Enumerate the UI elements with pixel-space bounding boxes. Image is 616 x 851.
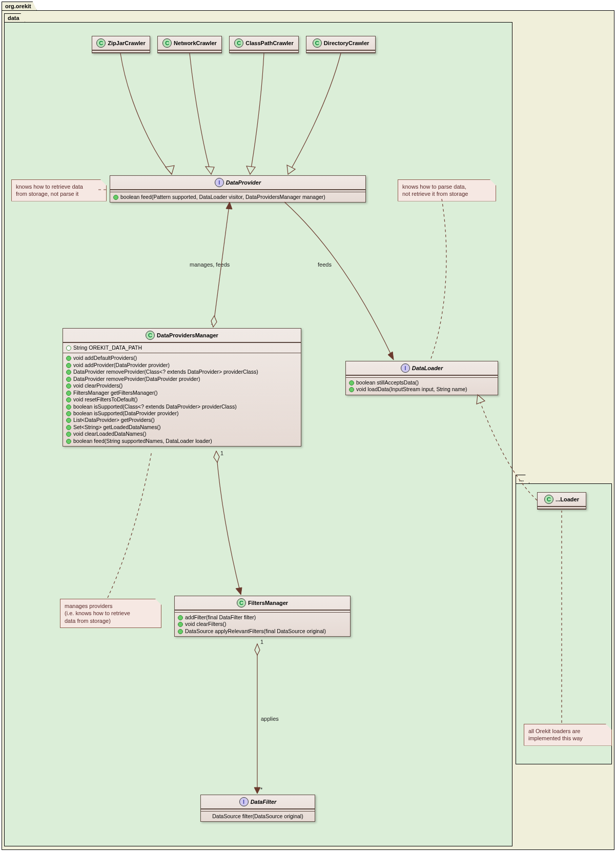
package-tab-inner: data (4, 13, 25, 22)
class-name: NetworkCrawler (174, 40, 217, 46)
edge-mult-1b: 1 (220, 450, 223, 456)
class-icon: C (544, 495, 553, 504)
method: boolean feed(Pattern supported, DataLoad… (120, 194, 325, 200)
note-retrieve: knows how to retrieve data from storage,… (11, 179, 107, 201)
interface-name: DataProvider (226, 179, 261, 186)
field: String OREKIT_DATA_PATH (73, 345, 142, 351)
edge-mult-1a: 1 (211, 319, 214, 326)
class-name: DirectoryCrawler (324, 40, 369, 46)
diagram-canvas: org.orekit data ... C ZipJarCrawler C Ne… (0, 0, 616, 851)
class-icon: C (237, 598, 246, 607)
class-loader: C ...Loader (537, 492, 586, 510)
package-tab-outer: org.orekit (2, 2, 37, 10)
edge-mult-star: * (260, 786, 262, 793)
class-name: ZipJarCrawler (108, 40, 145, 46)
interface-icon: I (215, 178, 224, 187)
methods-list: void addDefaultProviders() void addProvi… (63, 353, 301, 446)
class-filtersmanager: C FiltersManager addFilter(final DataFil… (174, 596, 351, 637)
package-other: ... (516, 483, 612, 764)
class-name: FiltersManager (248, 600, 288, 606)
note-manages: manages providers (i.e. knows how to ret… (60, 599, 161, 628)
class-name: ClassPathCrawler (245, 40, 294, 46)
class-networkcrawler: C NetworkCrawler (157, 36, 222, 53)
edge-label-feeds: feeds (318, 261, 332, 268)
package-tab-other: ... (516, 475, 529, 483)
class-name: ...Loader (556, 496, 579, 502)
class-dataprovidersmanager: C DataProvidersManager String OREKIT_DAT… (63, 328, 301, 447)
interface-name: DataLoader (412, 365, 443, 371)
class-classpathcrawler: C ClassPathCrawler (229, 36, 299, 53)
edge-label-applies: applies (261, 716, 279, 722)
edge-label-managesfeeds: manages, feeds (190, 261, 230, 268)
class-icon: C (146, 331, 155, 340)
edge-mult-1c: 1 (260, 639, 263, 645)
interface-icon: I (401, 363, 410, 373)
interface-datafilter: I DataFilter DataSource filter(DataSourc… (200, 795, 315, 822)
interface-dataloader: I DataLoader boolean stillAcceptsData() … (345, 361, 498, 395)
interface-dataprovider: I DataProvider boolean feed(Pattern supp… (110, 175, 366, 202)
class-icon: C (313, 38, 322, 48)
class-icon: C (96, 38, 106, 48)
class-name: DataProvidersManager (157, 332, 218, 338)
class-icon: C (162, 38, 172, 48)
class-directorycrawler: C DirectoryCrawler (306, 36, 376, 53)
class-icon: C (234, 38, 243, 48)
interface-name: DataFilter (251, 799, 277, 805)
note-parse: knows how to parse data, not retrieve it… (398, 179, 496, 201)
interface-icon: I (239, 797, 249, 806)
note-allloaders: all Orekit loaders are implemented this … (524, 724, 612, 746)
class-zipjarcrawler: C ZipJarCrawler (92, 36, 150, 53)
